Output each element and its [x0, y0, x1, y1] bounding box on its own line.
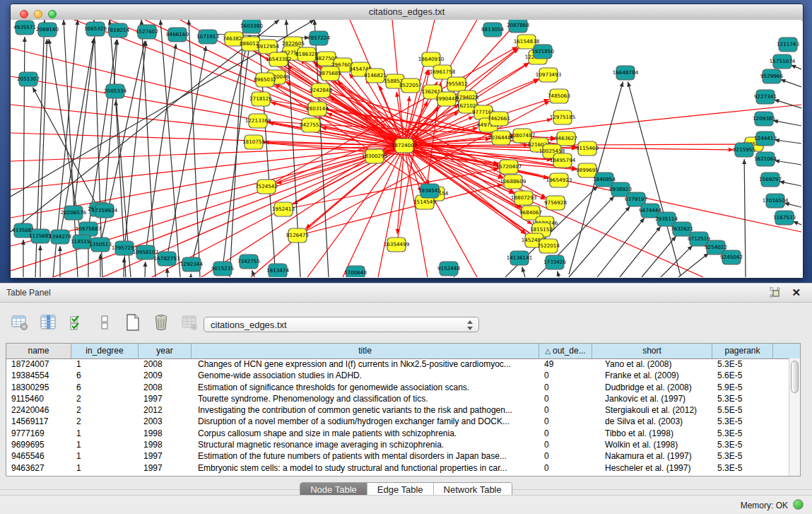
column-header-in_degree[interactable]: in_degree: [71, 344, 139, 358]
graph-node[interactable]: 7524542: [255, 180, 278, 194]
column-visibility-button[interactable]: [38, 313, 58, 332]
table-row[interactable]: 1872400712008Changes of HCN gene express…: [6, 358, 789, 370]
table-row[interactable]: 946554611997Estimation of the future num…: [6, 450, 789, 462]
graph-node[interactable]: 1934545: [418, 184, 441, 198]
graph-node[interactable]: 17016504: [763, 194, 789, 208]
table-row[interactable]: 2242004622012Investigating the contribut…: [6, 404, 789, 416]
graph-node[interactable]: 1621064: [754, 152, 777, 166]
graph-node[interactable]: 17359924: [92, 204, 118, 218]
graph-node[interactable]: 1952413: [272, 202, 295, 216]
graph-node[interactable]: 9756928: [544, 196, 567, 210]
table-row[interactable]: 977716911998Corpus callosum shape and si…: [6, 428, 789, 439]
column-header-title[interactable]: title: [192, 344, 539, 358]
graph-node[interactable]: 1211743: [777, 37, 799, 52]
column-header-out_de[interactable]: △out_de...: [539, 344, 592, 358]
column-header-short[interactable]: short: [592, 344, 712, 358]
column-header-name[interactable]: name: [6, 344, 71, 358]
graph-node[interactable]: 2718126: [249, 92, 272, 106]
row-check-select-button[interactable]: [66, 313, 86, 332]
graph-node[interactable]: 8126475: [286, 228, 309, 243]
graph-node[interactable]: 1921850: [531, 45, 554, 59]
graph-node[interactable]: 8965032: [254, 73, 276, 87]
graph-node[interactable]: 16354499: [384, 238, 410, 252]
column-header-pagerank[interactable]: pagerank: [712, 344, 773, 358]
graph-node[interactable]: 2803144: [306, 102, 329, 116]
graph-node[interactable]: 8215955: [733, 143, 755, 157]
graph-node[interactable]: 15751074: [770, 54, 796, 69]
graph-node[interactable]: 16543382: [266, 52, 292, 66]
cell-pair-button[interactable]: [95, 313, 114, 332]
table-row[interactable]: 1456911722003Disruption of a novel membe…: [6, 416, 789, 427]
column-header-year[interactable]: year: [139, 344, 192, 358]
graph-node[interactable]: 2051307: [17, 72, 40, 86]
graph-node[interactable]: 1244413: [754, 132, 777, 146]
graph-node[interactable]: 7857224: [307, 31, 330, 45]
graph-node[interactable]: 1071913: [196, 30, 219, 44]
graph-node[interactable]: 7485063: [548, 89, 570, 103]
graph-node[interactable]: 8522057: [399, 78, 422, 93]
graph-node[interactable]: 9115460: [576, 141, 599, 156]
graph-node[interactable]: 9875685: [319, 66, 341, 81]
table-row[interactable]: 911546021997Tourette syndrome. Phenomeno…: [6, 393, 789, 404]
graph-node[interactable]: 7955812: [445, 77, 468, 91]
float-panel-icon[interactable]: [770, 287, 781, 298]
graph-node[interactable]: 1603380: [240, 20, 263, 33]
graph-node[interactable]: 18495794: [550, 153, 576, 168]
graph-node[interactable]: 7462661: [488, 112, 510, 126]
graph-node[interactable]: 9242848: [310, 83, 332, 98]
graph-node[interactable]: 15720407: [496, 160, 522, 174]
table-scrollbar[interactable]: [789, 358, 800, 476]
graph-node[interactable]: 12213369: [245, 114, 271, 128]
graph-node[interactable]: 8427552: [300, 118, 322, 132]
graph-node[interactable]: 9463627: [555, 132, 577, 146]
graph-node[interactable]: 1394278: [49, 230, 71, 244]
table-row[interactable]: 946362711997Embryonic stem cells: a mode…: [6, 462, 789, 474]
graph-node[interactable]: 7342755: [237, 255, 260, 269]
table-settings-button[interactable]: [10, 313, 30, 332]
graph-node[interactable]: 8813054: [481, 23, 504, 37]
delete-trash-button[interactable]: [151, 313, 171, 332]
graph-node[interactable]: 16782753: [154, 252, 180, 266]
graph-node[interactable]: 14136141: [507, 251, 533, 265]
network-canvas[interactable]: 1872400774638228860128891295428226059827…: [11, 20, 801, 277]
table-select-dropdown[interactable]: citations_edges.txt: [204, 317, 479, 332]
graph-node[interactable]: 8912954: [257, 40, 279, 54]
graph-node[interactable]: 1810755: [242, 135, 265, 149]
graph-node[interactable]: 1700648: [344, 266, 367, 277]
table-scrollbar-thumb[interactable]: [791, 361, 799, 393]
graph-node[interactable]: 4935571: [13, 21, 36, 35]
new-file-button[interactable]: [123, 313, 143, 332]
graph-node[interactable]: 9015235: [211, 262, 234, 276]
graph-node[interactable]: 18807293: [511, 191, 537, 205]
graph-node[interactable]: 1209385: [753, 112, 775, 126]
graph-node[interactable]: 18300295: [362, 149, 388, 163]
graph-node[interactable]: 7819214: [107, 23, 129, 37]
graph-node[interactable]: 1350513: [89, 238, 112, 252]
graph-node[interactable]: 2069140: [36, 23, 59, 37]
table-row[interactable]: 1938455462009Genome-wide association stu…: [6, 370, 789, 381]
graph-node-center[interactable]: 18724007: [392, 139, 418, 153]
graph-node[interactable]: 9152448: [437, 262, 460, 276]
graph-node[interactable]: 1065328: [84, 22, 107, 36]
graph-node[interactable]: 2005334: [104, 84, 126, 98]
graph-node[interactable]: 12975185: [550, 110, 576, 124]
graph-node[interactable]: 9529966: [760, 69, 783, 83]
graph-node[interactable]: 10973493: [536, 68, 562, 82]
graph-node[interactable]: 7522014: [537, 239, 560, 253]
graph-node[interactable]: 1292344: [180, 257, 203, 271]
graph-node[interactable]: 1990448: [435, 92, 458, 106]
close-panel-icon[interactable]: ✕: [792, 286, 801, 299]
graph-node[interactable]: 1733426: [543, 255, 566, 269]
citation-network-graph[interactable]: 1872400774638228860128891295428226059827…: [11, 20, 801, 277]
graph-node[interactable]: 9227341: [754, 90, 777, 104]
graph-node[interactable]: 16648784: [613, 66, 639, 80]
graph-node[interactable]: 1167533: [773, 211, 796, 225]
graph-node[interactable]: 8466160: [166, 28, 189, 42]
graph-node[interactable]: 18640910: [418, 52, 445, 66]
graph-node[interactable]: 10975887: [76, 222, 102, 236]
graph-node[interactable]: 1913474: [266, 264, 289, 277]
graph-node[interactable]: 10688609: [500, 175, 526, 189]
graph-node[interactable]: 2087868: [507, 20, 529, 33]
graph-node[interactable]: 1569297: [759, 173, 782, 187]
graph-node[interactable]: 20206576: [61, 206, 87, 220]
